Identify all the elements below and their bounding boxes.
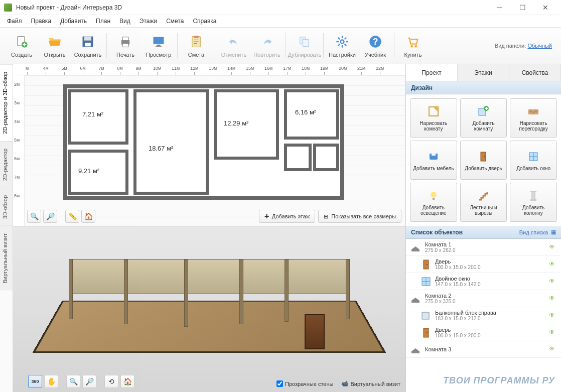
toolbar-save-button[interactable]: Сохранить [71, 30, 104, 62]
home-3d-button[interactable]: 🏠 [120, 375, 134, 388]
plan-2d[interactable]: 2м3м4м5м6м7м8м 7,21 м² 18,67 м² 12,29 м²… [13, 75, 405, 226]
panel-mode-link[interactable]: Обычный [527, 43, 552, 49]
pan-button[interactable]: ✋ [44, 375, 58, 388]
toolbar-folder-open-button[interactable]: Открыть [38, 30, 71, 62]
balcony-icon [420, 310, 431, 321]
maximize-button[interactable]: ☐ [511, 0, 534, 15]
design-draw-room-button[interactable]: Нарисовать комнату [410, 98, 457, 138]
menu-Правка[interactable]: Правка [27, 16, 56, 26]
visibility-toggle[interactable]: 👁 [549, 295, 557, 303]
svg-rect-34 [424, 260, 429, 269]
save-icon [80, 34, 96, 50]
menu-Справка[interactable]: Справка [189, 16, 220, 26]
menu-Этажи[interactable]: Этажи [135, 16, 161, 26]
toolbar-help-button[interactable]: ?Учебник [359, 30, 392, 62]
svg-rect-27 [481, 152, 486, 161]
left-tabs: 2D-редактор и 3D-обзор2D-редактор3D-обзо… [0, 64, 13, 392]
menubar: ФайлПравкаДобавитьПланВидЭтажиСметаСправ… [0, 15, 561, 27]
object-item[interactable]: Комната 2275.0 x 335.0👁 [406, 290, 561, 307]
menu-Смета[interactable]: Смета [162, 16, 188, 26]
design-tools: Нарисовать комнатуДобавить комнатуНарисо… [406, 94, 561, 226]
transparent-walls-checkbox[interactable]: Прозрачные стены [276, 380, 333, 387]
object-item[interactable]: Балконный блок справа183.0 x 15.0 x 212.… [406, 307, 561, 324]
zoom-in-button[interactable]: 🔎 [43, 210, 57, 223]
design-add-room-button[interactable]: Добавить комнату [460, 98, 507, 138]
design-furniture-button[interactable]: Добавить мебель [410, 141, 457, 180]
rp-tab-Проект[interactable]: Проект [406, 64, 458, 81]
show-dimensions-button[interactable]: ⊞ Показывать все размеры [318, 210, 401, 223]
object-item[interactable]: Дверь100.0 x 15.0 x 200.0👁 [406, 256, 561, 273]
toolbar-gear-button[interactable]: Настройки [326, 30, 359, 62]
rp-tab-Этажи[interactable]: Этажи [458, 64, 509, 81]
visibility-toggle[interactable]: 👁 [549, 243, 557, 251]
menu-Вид[interactable]: Вид [115, 16, 134, 26]
draw-room-icon [427, 104, 441, 118]
right-panel: ПроектЭтажиСвойства Дизайн Нарисовать ко… [405, 64, 561, 392]
floorplan[interactable]: 7,21 м² 18,67 м² 12,29 м² 6,16 м² 9,21 м… [63, 84, 344, 200]
svg-rect-31 [532, 192, 535, 200]
minimize-button[interactable]: ─ [488, 0, 511, 15]
reset-view-button[interactable]: ⟲ [104, 375, 118, 388]
view-tab-3[interactable]: Виртуальный визит [0, 226, 13, 291]
measure-button[interactable]: 📏 [65, 210, 79, 223]
close-button[interactable]: ✕ [534, 0, 557, 15]
view3d-options: Прозрачные стены 📹 Виртуальный визит [276, 380, 400, 387]
zoom-in-3d-button[interactable]: 🔎 [82, 375, 96, 388]
svg-text:?: ? [373, 37, 378, 47]
visibility-toggle[interactable]: 👁 [549, 278, 557, 286]
room-label: 9,21 м² [78, 167, 99, 175]
toolbar-printer-button[interactable]: Печать [109, 30, 142, 62]
design-wall-button[interactable]: Нарисовать перегородку [510, 98, 557, 138]
menu-Добавить[interactable]: Добавить [56, 16, 91, 26]
column-icon [526, 189, 540, 203]
design-column-button[interactable]: Добавить колонну [510, 183, 557, 222]
menu-План[interactable]: План [92, 16, 114, 26]
object-item[interactable]: Комната 1275.0 x 262.0👁 [406, 239, 561, 256]
visibility-toggle[interactable]: 👁 [549, 312, 557, 320]
menu-Файл[interactable]: Файл [3, 16, 26, 26]
view-tab-2[interactable]: 3D-обзор [0, 188, 13, 226]
svg-point-35 [427, 264, 428, 265]
design-window-button[interactable]: Добавить окно [510, 141, 557, 180]
design-header: Дизайн [406, 81, 561, 94]
design-stairs-button[interactable]: Лестницы и вырезы [460, 183, 507, 222]
zoom-out-3d-button[interactable]: 🔍 [66, 375, 80, 388]
view-tab-1[interactable]: 2D-редактор [0, 141, 13, 188]
panel-mode: Вид панели: Обычный [495, 43, 556, 49]
design-door-button[interactable]: Добавить дверь [460, 141, 507, 180]
visibility-toggle[interactable]: 👁 [549, 329, 557, 337]
room-label: 7,21 м² [82, 110, 103, 118]
object-item[interactable]: Двойное окно147.0 x 15.0 x 142.0👁 [406, 273, 561, 290]
rp-tab-Свойства[interactable]: Свойства [509, 64, 561, 81]
virtual-visit-button[interactable]: 📹 Виртуальный визит [341, 380, 400, 387]
home-button[interactable]: 🏠 [81, 210, 95, 223]
svg-rect-10 [156, 46, 162, 47]
svg-rect-4 [85, 43, 91, 46]
toolbar-cart-button[interactable]: Купить [396, 30, 430, 62]
toolbar-clipboard-button[interactable]: Смета [180, 30, 213, 62]
toolbar-file-new-button[interactable]: Создать [5, 30, 38, 62]
svg-point-19 [415, 45, 417, 48]
room-icon [410, 242, 421, 253]
view-tab-0[interactable]: 2D-редактор и 3D-обзор [0, 64, 13, 141]
visibility-toggle[interactable]: 👁 [549, 345, 557, 353]
objects-header: Список объектов Вид списка ▦ [406, 226, 561, 239]
design-light-button[interactable]: Добавить освещение [410, 183, 457, 222]
redo-icon [259, 34, 275, 50]
window-controls: ─ ☐ ✕ [488, 0, 557, 15]
list-icon: ▦ [551, 229, 556, 235]
gear-icon [334, 34, 350, 50]
view-3d[interactable]: 360 ✋ 🔍 🔎 ⟲ 🏠 Прозрачные стены 📹 Виртуал… [13, 226, 405, 392]
add-floor-button[interactable]: ✚ Добавить этаж [259, 210, 315, 223]
toolbar-monitor-button[interactable]: Просмотр [142, 30, 175, 62]
object-item[interactable]: Комната 3👁 [406, 341, 561, 358]
window-title: Новый проект - Дизайн Интерьера 3D [16, 4, 488, 11]
rotate-360-button[interactable]: 360 [28, 375, 42, 388]
canvas-area: м4м5м6м7м8м9м10м11м12м13м14м15м16м17м18м… [13, 64, 405, 392]
camera-icon: 📹 [341, 380, 348, 387]
file-new-icon [14, 34, 30, 50]
visibility-toggle[interactable]: 👁 [549, 260, 557, 269]
list-view-mode[interactable]: Вид списка ▦ [519, 229, 556, 235]
zoom-out-button[interactable]: 🔍 [27, 210, 41, 223]
object-item[interactable]: Дверь100.0 x 15.0 x 200.0👁 [406, 324, 561, 341]
